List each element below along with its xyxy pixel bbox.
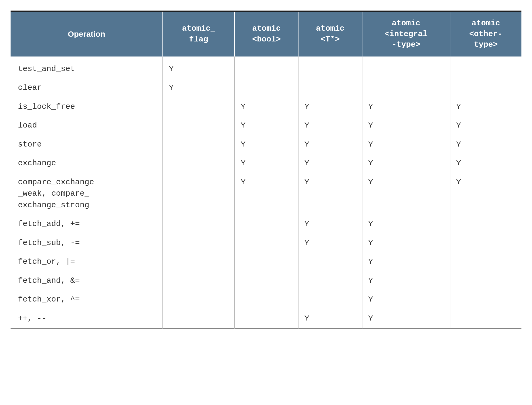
col-header-atomic-bool: atomic <bool> xyxy=(235,11,298,56)
support-cell xyxy=(450,234,521,253)
support-cell xyxy=(235,252,298,271)
support-cell xyxy=(163,135,235,154)
support-cell: Y xyxy=(298,116,362,135)
operation-cell: ++, -- xyxy=(11,309,163,329)
support-cell xyxy=(450,290,521,309)
support-cell: Y xyxy=(362,234,450,253)
operation-cell: fetch_xor, ^= xyxy=(11,290,163,309)
support-cell: Y xyxy=(235,135,298,154)
table-row: clearY xyxy=(11,78,521,97)
support-cell: Y xyxy=(235,97,298,116)
operation-cell: exchange xyxy=(11,154,163,173)
support-cell xyxy=(450,271,521,290)
table-row: ++, --YY xyxy=(11,309,521,329)
table-body: test_and_setYclearYis_lock_freeYYYYloadY… xyxy=(11,56,521,329)
operation-cell: store xyxy=(11,135,163,154)
support-cell xyxy=(235,309,298,329)
support-cell xyxy=(235,78,298,97)
support-cell xyxy=(163,290,235,309)
table-row: storeYYYY xyxy=(11,135,521,154)
support-cell: Y xyxy=(298,309,362,329)
support-cell: Y xyxy=(298,97,362,116)
support-cell xyxy=(163,309,235,329)
support-cell xyxy=(163,271,235,290)
table-row: is_lock_freeYYYY xyxy=(11,97,521,116)
col-header-operation: Operation xyxy=(11,11,163,56)
support-cell xyxy=(298,78,362,97)
support-cell xyxy=(298,252,362,271)
support-cell: Y xyxy=(298,215,362,234)
operation-cell: load xyxy=(11,116,163,135)
support-cell xyxy=(163,252,235,271)
support-cell: Y xyxy=(450,116,521,135)
atomic-operations-table: Operation atomic_ flag atomic <bool> ato… xyxy=(11,11,521,329)
support-cell: Y xyxy=(362,173,450,215)
support-cell: Y xyxy=(362,116,450,135)
support-cell xyxy=(163,234,235,253)
support-cell: Y xyxy=(298,173,362,215)
table: Operation atomic_ flag atomic <bool> ato… xyxy=(11,11,521,329)
col-header-atomic-integral: atomic <integral -type> xyxy=(362,11,450,56)
support-cell: Y xyxy=(163,56,235,79)
support-cell xyxy=(450,78,521,97)
operation-cell: fetch_sub, -= xyxy=(11,234,163,253)
support-cell: Y xyxy=(362,271,450,290)
support-cell: Y xyxy=(298,135,362,154)
support-cell: Y xyxy=(450,97,521,116)
support-cell xyxy=(235,215,298,234)
support-cell xyxy=(163,215,235,234)
support-cell: Y xyxy=(362,135,450,154)
table-header: Operation atomic_ flag atomic <bool> ato… xyxy=(11,11,521,56)
support-cell xyxy=(450,309,521,329)
support-cell: Y xyxy=(163,78,235,97)
support-cell xyxy=(163,116,235,135)
support-cell: Y xyxy=(362,97,450,116)
table-row: test_and_setY xyxy=(11,56,521,79)
table-row: fetch_add, +=YY xyxy=(11,215,521,234)
col-header-atomic-other: atomic <other- type> xyxy=(450,11,521,56)
table-header-row: Operation atomic_ flag atomic <bool> ato… xyxy=(11,11,521,56)
support-cell xyxy=(235,234,298,253)
table-row: loadYYYY xyxy=(11,116,521,135)
support-cell: Y xyxy=(450,173,521,215)
operation-cell: test_and_set xyxy=(11,56,163,79)
support-cell xyxy=(298,56,362,79)
support-cell xyxy=(362,78,450,97)
operation-cell: fetch_or, |= xyxy=(11,252,163,271)
table-row: compare_exchange _weak, compare_ exchang… xyxy=(11,173,521,215)
support-cell: Y xyxy=(450,135,521,154)
operation-cell: clear xyxy=(11,78,163,97)
table-row: fetch_or, |=Y xyxy=(11,252,521,271)
support-cell xyxy=(235,271,298,290)
table-row: exchangeYYYY xyxy=(11,154,521,173)
support-cell: Y xyxy=(235,154,298,173)
support-cell xyxy=(163,97,235,116)
col-header-atomic-tptr: atomic <T*> xyxy=(298,11,362,56)
support-cell: Y xyxy=(450,154,521,173)
support-cell: Y xyxy=(235,116,298,135)
table-row: fetch_xor, ^=Y xyxy=(11,290,521,309)
support-cell xyxy=(235,56,298,79)
table-row: fetch_sub, -=YY xyxy=(11,234,521,253)
support-cell: Y xyxy=(362,290,450,309)
support-cell xyxy=(450,252,521,271)
operation-cell: fetch_add, += xyxy=(11,215,163,234)
col-header-atomic-flag: atomic_ flag xyxy=(163,11,235,56)
support-cell xyxy=(298,290,362,309)
support-cell: Y xyxy=(362,154,450,173)
support-cell: Y xyxy=(298,154,362,173)
support-cell: Y xyxy=(362,252,450,271)
table-row: fetch_and, &=Y xyxy=(11,271,521,290)
support-cell xyxy=(235,290,298,309)
support-cell xyxy=(450,215,521,234)
support-cell xyxy=(163,173,235,215)
operation-cell: compare_exchange _weak, compare_ exchang… xyxy=(11,173,163,215)
support-cell xyxy=(163,154,235,173)
support-cell: Y xyxy=(298,234,362,253)
support-cell xyxy=(450,56,521,79)
support-cell xyxy=(298,271,362,290)
support-cell: Y xyxy=(362,215,450,234)
support-cell: Y xyxy=(362,309,450,329)
operation-cell: is_lock_free xyxy=(11,97,163,116)
support-cell xyxy=(362,56,450,79)
